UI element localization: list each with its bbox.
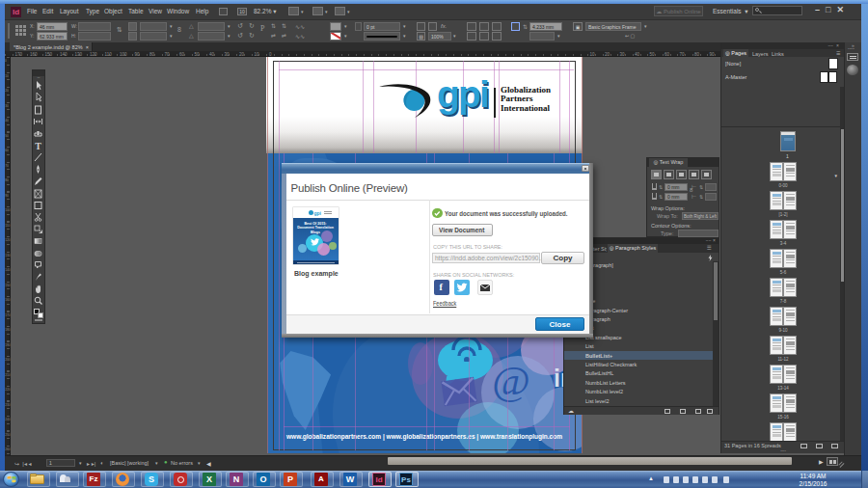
svg-text:T: T <box>35 141 41 150</box>
